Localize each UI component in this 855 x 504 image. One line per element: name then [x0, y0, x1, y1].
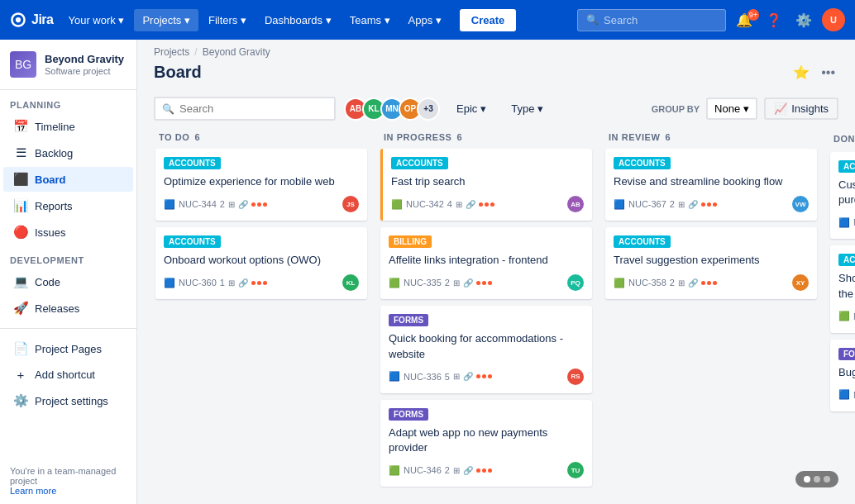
column-title-done: DONE — [834, 134, 855, 144]
column-inreview: IN REVIEW6 ACCOUNTS Revise and streamlin… — [604, 126, 819, 487]
link-icon: 🔗 — [463, 278, 473, 288]
nav-your-work[interactable]: Your work ▾ — [60, 9, 132, 31]
table-row[interactable]: ACCOUNTS Optimize experience for mobile … — [155, 149, 367, 221]
team-info-text: You're in a team-managed project — [10, 466, 127, 486]
column-count-inprogress: 6 — [456, 132, 462, 142]
group-by-select[interactable]: None ▾ — [706, 97, 757, 120]
subtask-icon: ⊞ — [453, 466, 460, 475]
table-row[interactable]: FORMS Quick booking for accommodations -… — [380, 306, 592, 392]
more-button[interactable]: ••• — [818, 62, 838, 83]
card-type-icon: 🟩 — [389, 278, 400, 288]
priority-dot-red3 — [713, 202, 717, 207]
column-header-done: DONE✓6 — [829, 126, 855, 152]
user-avatar[interactable]: U — [822, 8, 845, 31]
card-num: 2 — [445, 278, 450, 288]
card-meta: 🟩 NUC-335 2 ⊞ 🔗 — [389, 278, 492, 288]
card-meta: 🟦 NUC-367 2 ⊞ 🔗 — [614, 199, 717, 210]
table-row[interactable]: ACCOUNTS Fast trip search 🟩 NUC-342 4 ⊞ … — [380, 149, 592, 221]
search-input[interactable] — [604, 14, 703, 26]
settings-icon[interactable]: ⚙️ — [792, 9, 815, 31]
card-id: NUC-342 — [406, 199, 444, 209]
sidebar-item-label-project-pages: Project Pages — [35, 343, 102, 355]
sidebar-item-releases[interactable]: 🚀 Releases — [3, 296, 133, 321]
sidebar-item-label-board: Board — [35, 174, 66, 186]
sidebar-item-backlog[interactable]: ☰ Backlog — [3, 140, 133, 165]
nav-filters[interactable]: Filters ▾ — [200, 9, 255, 31]
nav-teams[interactable]: Teams ▾ — [342, 9, 399, 31]
sidebar-item-board[interactable]: ⬛ Board — [3, 167, 133, 192]
jira-logo-icon — [10, 12, 26, 28]
search-box[interactable]: 🔍 — [577, 9, 726, 31]
breadcrumb: Projects / Beyond Gravity — [137, 40, 855, 58]
priority-dot-red2 — [482, 281, 486, 285]
board-actions: ⭐ ••• — [790, 61, 838, 83]
search-icon: 🔍 — [586, 14, 599, 26]
table-row[interactable]: BILLING Affelite links integration - fro… — [380, 227, 592, 299]
insights-chart-icon: 📈 — [774, 102, 787, 115]
table-row[interactable]: ACCOUNTS Onboard workout options (OWO) 🟦… — [155, 227, 367, 299]
toolbar-search-box[interactable]: 🔍 — [154, 97, 336, 121]
reports-icon: 📊 — [13, 198, 28, 213]
toolbar-search-input[interactable] — [179, 102, 320, 115]
priority-dot-red2 — [482, 374, 486, 378]
card-meta-row: 🟦 NUC-344 2 ⊞ 🔗 JS — [164, 196, 359, 212]
breadcrumb-projects-link[interactable]: Projects — [154, 46, 189, 58]
backlog-icon: ☰ — [13, 145, 28, 160]
type-filter-button[interactable]: Type ▾ — [503, 97, 552, 121]
nav-dashboards[interactable]: Dashboards ▾ — [256, 9, 340, 31]
timeline-icon: 📅 — [13, 119, 28, 134]
table-row[interactable]: FORMS Adapt web app no new payments prov… — [380, 400, 592, 487]
table-row[interactable]: ACCOUNTS Travel suggestion experiments 🟩… — [605, 227, 817, 299]
cards-container-todo: ACCOUNTS Optimize experience for mobile … — [154, 149, 369, 487]
priority-dot-red3 — [263, 202, 267, 207]
epic-filter-button[interactable]: Epic ▾ — [448, 97, 494, 121]
pagination — [795, 471, 838, 487]
card-meta: 🟦 NUC-336 5 ⊞ 🔗 — [389, 371, 492, 382]
sidebar-item-project-pages[interactable]: 📄 Project Pages — [3, 336, 133, 361]
table-row[interactable]: FORMS BugFix BG Web-store app crashing 🟦… — [830, 340, 855, 411]
link-icon: 🔗 — [688, 200, 698, 209]
app-logo[interactable]: Jira — [10, 12, 53, 28]
column-title-inreview: IN REVIEW — [609, 132, 660, 142]
sidebar-item-timeline[interactable]: 📅 Timeline — [3, 114, 133, 139]
sidebar-item-issues[interactable]: 🔴 Issues — [3, 220, 133, 245]
card-label: FORMS — [389, 408, 428, 421]
priority-dot-red3 — [488, 374, 492, 378]
card-id: NUC-358 — [628, 278, 666, 288]
sidebar-item-code[interactable]: 💻 Code — [3, 269, 133, 294]
card-meta: 🟩 NUC-360 1 ⊞ 🔗 — [838, 311, 855, 321]
page-dot-3[interactable] — [824, 476, 830, 483]
card-num: 1 — [220, 278, 225, 288]
breadcrumb-project-link[interactable]: Beyond Gravity — [203, 46, 270, 58]
table-row[interactable]: ACCOUNTS Customers reporting shopping ca… — [830, 152, 855, 239]
card-label: ACCOUNTS — [164, 157, 221, 169]
priority-dot-red — [476, 468, 480, 473]
sidebar-item-reports[interactable]: 📊 Reports — [3, 193, 133, 218]
card-avatar: KL — [342, 274, 359, 291]
table-row[interactable]: ACCOUNTS Shopping cart purchasing issues… — [830, 245, 855, 332]
svg-point-0 — [16, 17, 21, 22]
learn-more-link[interactable]: Learn more — [10, 486, 56, 496]
insights-button[interactable]: 📈 Insights — [764, 97, 838, 120]
card-type-icon: 🟦 — [838, 389, 850, 400]
subtask-icon: ⊞ — [228, 278, 235, 288]
page-dot-1[interactable] — [804, 476, 810, 483]
code-icon: 💻 — [13, 274, 28, 289]
subtask-icon: ⊞ — [456, 200, 462, 209]
sidebar-item-add-shortcut[interactable]: + Add shortcut — [3, 363, 133, 387]
card-id: NUC-360 — [179, 278, 217, 288]
create-button[interactable]: Create — [460, 9, 516, 31]
team-info: You're in a team-managed project Learn m… — [0, 458, 136, 504]
avatar-extra[interactable]: +3 — [417, 97, 440, 121]
priority-dot-red3 — [488, 468, 492, 473]
page-dot-2[interactable] — [814, 476, 820, 483]
sidebar-item-project-settings[interactable]: ⚙️ Project settings — [3, 388, 133, 413]
table-row[interactable]: ACCOUNTS Revise and streamline booking f… — [605, 149, 817, 221]
nav-projects[interactable]: Projects ▾ — [134, 9, 198, 31]
help-icon[interactable]: ❓ — [762, 9, 786, 31]
priority-dot-red — [479, 202, 483, 207]
nav-apps[interactable]: Apps ▾ — [400, 9, 450, 31]
card-id: NUC-367 — [628, 199, 666, 209]
star-button[interactable]: ⭐ — [790, 61, 813, 83]
add-shortcut-icon: + — [13, 368, 28, 382]
